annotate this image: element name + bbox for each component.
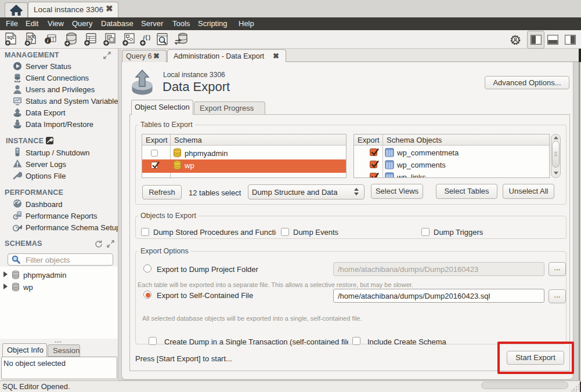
svg-text:SQL: SQL [7,35,15,40]
svg-text:SQL: SQL [28,35,35,39]
